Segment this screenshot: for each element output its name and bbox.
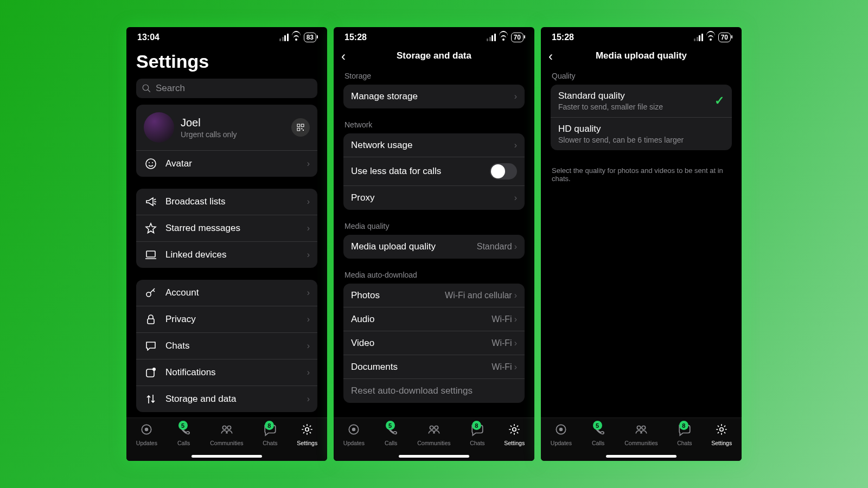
network-usage-row[interactable]: Network usage›: [343, 133, 525, 157]
updates-icon: [139, 422, 154, 436]
documents-auto-row[interactable]: DocumentsWi-Fi›: [343, 355, 525, 379]
avatar-image: [144, 112, 174, 143]
chevron-right-icon: ›: [514, 362, 517, 372]
tab-chats[interactable]: 8Chats: [677, 422, 692, 446]
tab-communities[interactable]: Communities: [417, 422, 450, 446]
photos-auto-row[interactable]: PhotosWi-Fi and cellular›: [343, 284, 525, 307]
tab-label: Settings: [504, 440, 525, 446]
tab-updates[interactable]: Updates: [136, 422, 157, 446]
wifi-icon: [706, 34, 715, 41]
star-icon: [144, 221, 158, 235]
tab-badge: 5: [593, 421, 602, 430]
tab-label: Communities: [417, 440, 450, 446]
media-upload-quality-row[interactable]: Media upload quality Standard ›: [343, 235, 525, 259]
media-upload-value: Standard: [477, 242, 512, 252]
proxy-row[interactable]: Proxy›: [343, 186, 525, 210]
profile-name: Joel: [181, 117, 291, 129]
video-auto-row[interactable]: VideoWi-Fi›: [343, 331, 525, 355]
account-row[interactable]: Account›: [136, 280, 317, 306]
settings-group-2: Account› Privacy› Chats› Notifications› …: [136, 280, 317, 412]
manage-storage-row[interactable]: Manage storage›: [343, 85, 525, 108]
standard-quality-row[interactable]: Standard quality Faster to send, smaller…: [551, 85, 732, 118]
section-quality: Quality: [551, 72, 732, 85]
tab-communities[interactable]: Communities: [210, 422, 243, 446]
chats-row[interactable]: Chats›: [136, 333, 317, 359]
privacy-row[interactable]: Privacy›: [136, 306, 317, 333]
wifi-icon: [499, 34, 508, 41]
tab-label: Updates: [343, 440, 365, 446]
chevron-right-icon: ›: [514, 314, 517, 324]
svg-rect-10: [146, 251, 155, 257]
tab-chats[interactable]: 8Chats: [470, 422, 484, 446]
updates-icon: [554, 422, 568, 436]
tab-badge: 5: [386, 421, 395, 430]
tab-label: Calls: [385, 440, 397, 446]
tab-chats[interactable]: 8Chats: [263, 422, 277, 446]
arrows-up-down-icon: [144, 392, 158, 406]
svg-rect-5: [301, 128, 302, 129]
svg-point-7: [146, 159, 156, 169]
search-input[interactable]: Search: [136, 79, 317, 98]
linked-devices-row[interactable]: Linked devices›: [136, 242, 317, 268]
broadcast-lists-row[interactable]: Broadcast lists›: [136, 189, 317, 215]
tab-settings[interactable]: Settings: [504, 422, 525, 446]
reset-auto-row[interactable]: Reset auto-download settings: [343, 379, 525, 403]
chevron-right-icon: ›: [514, 242, 517, 252]
tab-settings[interactable]: Settings: [711, 422, 732, 446]
chevron-right-icon: ›: [514, 92, 517, 101]
settings-group-1: Broadcast lists› Starred messages› Linke…: [136, 189, 317, 268]
tab-label: Communities: [624, 440, 658, 446]
tab-label: Chats: [677, 440, 692, 446]
tab-badge: 5: [178, 421, 188, 430]
battery-icon: 70: [718, 33, 731, 42]
tab-calls[interactable]: 5Calls: [177, 422, 191, 446]
tab-settings[interactable]: Settings: [297, 422, 317, 446]
qr-code-button[interactable]: [291, 118, 310, 137]
tab-calls[interactable]: 5Calls: [591, 422, 605, 446]
tab-communities[interactable]: Communities: [624, 422, 658, 446]
use-less-data-row[interactable]: Use less data for calls: [343, 157, 525, 186]
svg-point-24: [435, 426, 438, 430]
tab-updates[interactable]: Updates: [343, 422, 365, 446]
tab-bar: Updates5CallsCommunities8ChatsSettings: [334, 418, 534, 461]
screen-settings: 13:04 83 Settings Search Joel Urgent cal…: [126, 27, 327, 461]
back-button[interactable]: ‹: [548, 49, 553, 64]
tab-calls[interactable]: 5Calls: [384, 422, 398, 446]
storage-row[interactable]: Storage and data›: [136, 386, 317, 412]
wifi-icon: [292, 34, 301, 41]
svg-point-23: [430, 426, 433, 430]
svg-rect-3: [301, 124, 304, 127]
starred-messages-row[interactable]: Starred messages›: [136, 215, 317, 242]
communities-icon: [220, 422, 234, 436]
nav-header: ‹ Media upload quality: [541, 46, 742, 66]
section-auto-download: Media auto-download: [343, 271, 525, 284]
svg-line-1: [148, 89, 150, 92]
hd-quality-row[interactable]: HD quality Slower to send, can be 6 time…: [551, 118, 732, 150]
chevron-right-icon: ›: [514, 193, 517, 203]
tab-bar: Updates5CallsCommunities8ChatsSettings: [541, 418, 742, 461]
tab-label: Calls: [177, 440, 190, 446]
back-button[interactable]: ‹: [341, 49, 346, 64]
svg-point-12: [146, 292, 151, 297]
audio-auto-row[interactable]: AudioWi-Fi›: [343, 307, 525, 331]
screen-media-quality: 15:28 70 ‹ Media upload quality Quality …: [541, 27, 742, 461]
svg-point-0: [143, 85, 149, 91]
home-indicator: [606, 455, 676, 458]
chevron-right-icon: ›: [307, 368, 310, 377]
profile-row[interactable]: Joel Urgent calls only: [136, 105, 317, 151]
less-data-toggle[interactable]: [490, 163, 517, 179]
svg-point-28: [637, 426, 641, 430]
section-network: Network: [343, 120, 525, 133]
chevron-right-icon: ›: [307, 341, 310, 351]
avatar-row[interactable]: Avatar ›: [136, 151, 317, 177]
chevron-right-icon: ›: [307, 314, 310, 324]
chat-icon: [144, 339, 158, 353]
app-badge-icon: [144, 365, 158, 380]
svg-point-20: [305, 428, 309, 432]
updates-icon: [347, 422, 361, 436]
key-icon: [144, 286, 158, 300]
tab-updates[interactable]: Updates: [551, 422, 572, 446]
notifications-row[interactable]: Notifications›: [136, 359, 317, 386]
svg-point-17: [145, 428, 149, 432]
search-placeholder: Search: [156, 83, 185, 94]
